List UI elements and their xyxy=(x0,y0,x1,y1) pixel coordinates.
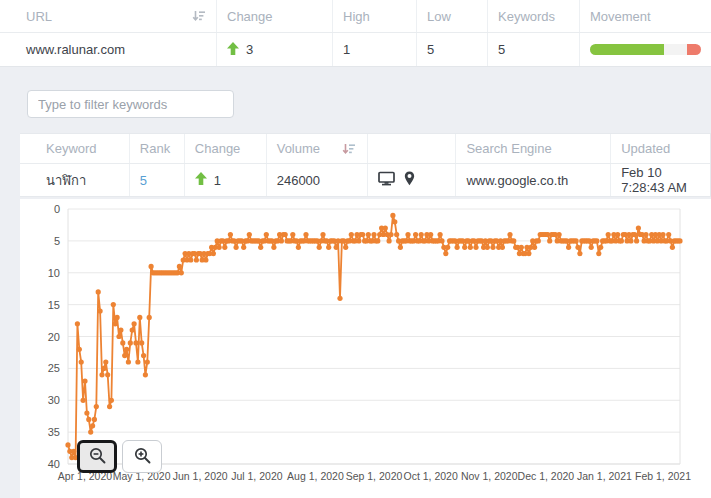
keyword-table-row[interactable]: นาฬิกา 5 1 246000 xyxy=(20,164,710,196)
svg-text:15: 15 xyxy=(48,299,60,311)
magnifier-minus-icon xyxy=(89,447,106,467)
svg-text:Sep 1, 2020: Sep 1, 2020 xyxy=(346,470,403,482)
updated-column-header[interactable]: Updated xyxy=(611,134,710,163)
svg-text:5: 5 xyxy=(54,235,60,247)
svg-text:35: 35 xyxy=(48,426,60,438)
url-table-row[interactable]: www.ralunar.com 3 1 5 5 xyxy=(0,33,711,66)
svg-text:0: 0 xyxy=(54,203,60,215)
rank-column-header[interactable]: Rank xyxy=(130,134,185,163)
updated-cell: Feb 10 7:28:43 AM xyxy=(611,164,710,196)
change-column-header-kw[interactable]: Change xyxy=(185,134,267,163)
url-header-label: URL xyxy=(26,9,52,24)
url-change-cell: 3 xyxy=(217,33,333,66)
arrow-up-icon xyxy=(195,172,207,188)
url-keywords-cell: 5 xyxy=(488,33,580,66)
keyword-change-value: 1 xyxy=(214,173,221,188)
movement-bar xyxy=(590,44,701,55)
movement-bar-neutral-segment xyxy=(664,44,686,55)
svg-text:40: 40 xyxy=(48,458,60,470)
location-pin-icon xyxy=(404,171,415,189)
svg-text:Aug 1, 2020: Aug 1, 2020 xyxy=(287,470,344,482)
sort-descending-icon[interactable] xyxy=(192,9,206,23)
low-column-header[interactable]: Low xyxy=(417,0,488,32)
arrow-up-icon xyxy=(227,42,239,58)
url-change-value: 3 xyxy=(246,42,253,57)
svg-text:Jun 1, 2020: Jun 1, 2020 xyxy=(173,470,228,482)
keyword-column-header[interactable]: Keyword xyxy=(20,134,130,163)
svg-text:Nov 1, 2020: Nov 1, 2020 xyxy=(461,470,518,482)
svg-text:Dec 1, 2020: Dec 1, 2020 xyxy=(518,470,575,482)
url-summary-table: URL Change High Low Keywords Movement ww… xyxy=(0,0,711,67)
movement-column-header: Movement xyxy=(580,0,711,32)
keywords-column-header[interactable]: Keywords xyxy=(488,0,580,32)
keyword-change-cell: 1 xyxy=(185,164,267,196)
keyword-cell: นาฬิกา xyxy=(20,164,130,196)
device-column-header xyxy=(368,134,457,163)
url-cell[interactable]: www.ralunar.com xyxy=(0,33,217,66)
chart-zoom-controls xyxy=(77,440,162,473)
rank-history-chart-card: 0510152025303540Apr 1, 2020May 1, 2020Ju… xyxy=(20,199,711,498)
zoom-out-button[interactable] xyxy=(77,440,117,473)
magnifier-plus-icon xyxy=(134,447,151,467)
keyword-filter-input[interactable] xyxy=(27,90,234,118)
change-column-header[interactable]: Change xyxy=(217,0,333,32)
rank-link[interactable]: 5 xyxy=(140,173,147,188)
svg-text:Jan 1, 2021: Jan 1, 2021 xyxy=(577,470,632,482)
url-column-header[interactable]: URL xyxy=(0,0,217,32)
search-engine-cell: www.google.co.th xyxy=(456,164,611,196)
movement-bar-down-segment xyxy=(687,44,701,55)
svg-text:Jul 1, 2020: Jul 1, 2020 xyxy=(231,470,283,482)
url-table-header-row: URL Change High Low Keywords Movement xyxy=(0,0,711,33)
zoom-in-button[interactable] xyxy=(122,440,162,473)
svg-text:Oct 1, 2020: Oct 1, 2020 xyxy=(404,470,458,482)
volume-sort-descending-icon[interactable] xyxy=(342,142,356,156)
rank-cell[interactable]: 5 xyxy=(130,164,185,196)
keyword-table-header-row: Keyword Rank Change Volume Search Engine… xyxy=(20,134,710,164)
svg-text:25: 25 xyxy=(48,362,60,374)
movement-bar-up-segment xyxy=(590,44,664,55)
svg-text:20: 20 xyxy=(48,331,60,343)
search-engine-column-header[interactable]: Search Engine xyxy=(456,134,611,163)
svg-text:Feb 1, 2021: Feb 1, 2021 xyxy=(635,470,691,482)
desktop-icon xyxy=(378,171,395,189)
url-low-cell: 5 xyxy=(417,33,488,66)
svg-text:10: 10 xyxy=(48,267,60,279)
volume-cell: 246000 xyxy=(267,164,368,196)
high-column-header[interactable]: High xyxy=(333,0,417,32)
svg-text:30: 30 xyxy=(48,394,60,406)
keyword-table: Keyword Rank Change Volume Search Engine… xyxy=(20,133,711,197)
url-high-cell: 1 xyxy=(333,33,417,66)
url-movement-cell xyxy=(580,33,711,66)
volume-column-header[interactable]: Volume xyxy=(267,134,368,163)
device-cell xyxy=(368,164,457,196)
